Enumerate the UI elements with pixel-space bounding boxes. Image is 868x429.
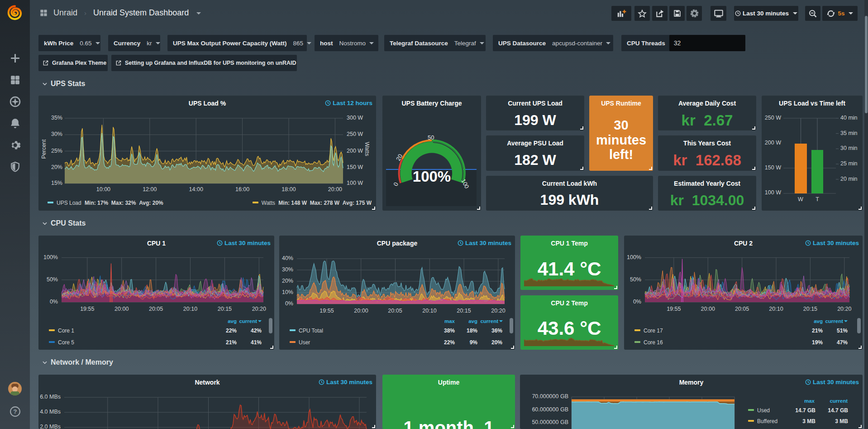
svg-text:?: ? [13, 408, 17, 415]
